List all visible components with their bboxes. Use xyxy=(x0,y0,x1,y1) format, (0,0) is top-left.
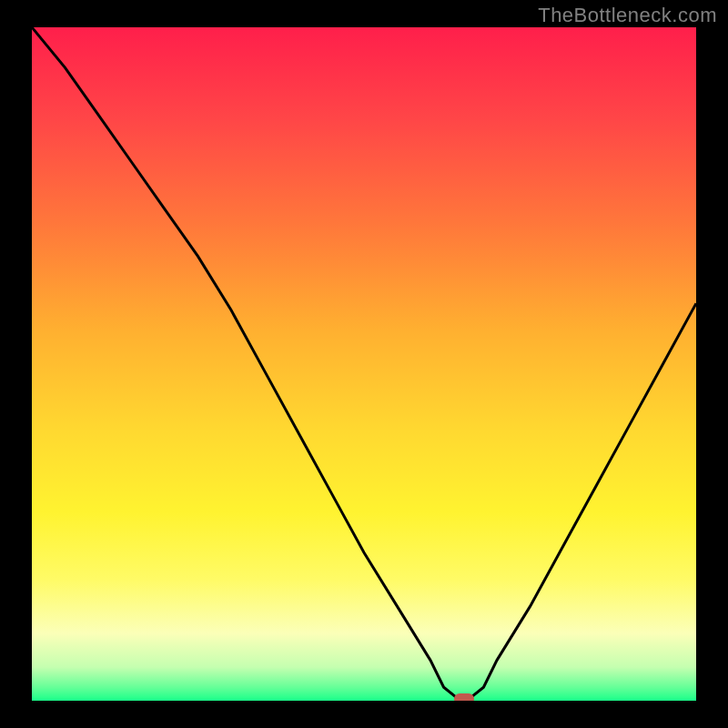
plot-area xyxy=(32,27,696,701)
bottleneck-curve xyxy=(32,27,696,698)
optimal-point-marker xyxy=(454,693,474,701)
curve-layer xyxy=(32,27,696,701)
chart-frame: TheBottleneck.com xyxy=(0,0,728,728)
watermark-text: TheBottleneck.com xyxy=(538,4,717,27)
